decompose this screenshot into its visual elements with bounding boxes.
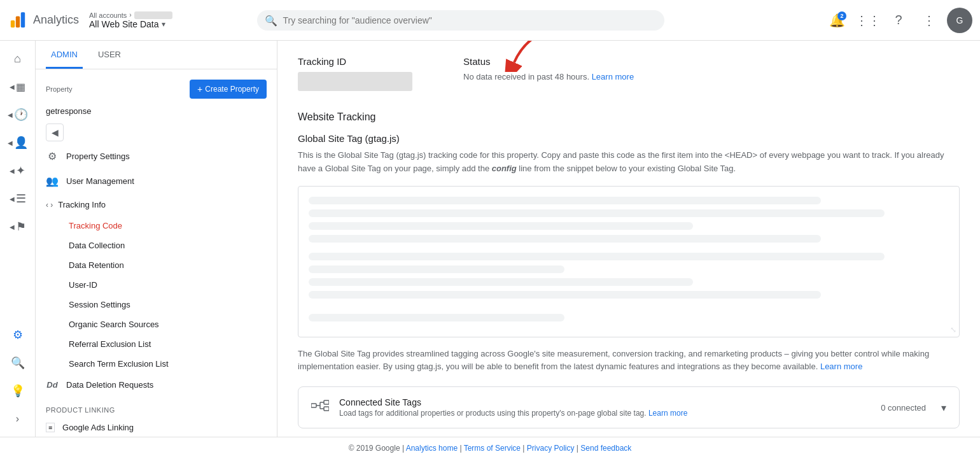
notification-badge: 2	[837, 11, 846, 20]
website-tracking-title: Website Tracking	[298, 111, 960, 123]
main-layout: ⌂ ◀▦ ◀🕐 ◀👤 ◀✦ ◀☰ ◀⚑ ⚙ 🔍 💡 › ADMIN USER P…	[0, 41, 980, 437]
tracking-subnav: Tracking Code Data Collection Data Reten…	[36, 216, 277, 374]
footer-privacy-policy-link[interactable]: Privacy Policy	[527, 444, 575, 453]
account-name: getresponse	[36, 104, 277, 121]
property-dropdown[interactable]: All Web Site Data ▾	[89, 19, 172, 29]
logo-area: Analytics	[8, 10, 79, 31]
footer-send-feedback-link[interactable]: Send feedback	[580, 444, 631, 453]
connected-count: 0 connected	[881, 403, 926, 413]
tracking-id-label: Tracking ID	[298, 56, 412, 67]
global-site-tag-title: Global Site Tag (gtag.js)	[298, 133, 960, 144]
sidebar-item-conversions[interactable]: ◀⚑	[5, 214, 31, 239]
nav-item-data-deletion[interactable]: Dd Data Deletion Requests	[36, 374, 277, 396]
data-deletion-icon: Dd	[46, 380, 59, 390]
back-button[interactable]: ◀	[46, 124, 64, 141]
topbar: Analytics All accounts › All Web Site Da…	[0, 0, 980, 41]
search-icon: 🔍	[265, 14, 277, 26]
subnav-session-settings[interactable]: Session Settings	[36, 295, 277, 314]
status-text: No data received in past 48 hours. Learn…	[463, 72, 634, 81]
sidebar-item-search[interactable]: 🔍	[5, 350, 31, 376]
sidebar-item-realtime[interactable]: ◀🕐	[5, 102, 31, 127]
connected-tags-desc: Load tags for additional properties or p…	[339, 409, 871, 418]
plus-icon: +	[197, 84, 202, 94]
global-site-tag-desc: This is the Global Site Tag (gtag.js) tr…	[298, 149, 960, 176]
sidebar-item-behavior[interactable]: ◀☰	[5, 186, 31, 211]
tracking-id-section: Tracking ID Status No data received in p…	[298, 56, 960, 91]
sidebar-bottom-actions: ⚙ 🔍 💡 ›	[5, 322, 31, 432]
property-header: Property + Create Property	[36, 74, 277, 104]
bottom-learn-more-link[interactable]: Learn more	[820, 362, 862, 371]
subnav-tracking-code[interactable]: Tracking Code	[36, 216, 277, 236]
avatar[interactable]: G	[947, 8, 972, 33]
footer-analytics-home-link[interactable]: Analytics home	[406, 444, 458, 453]
apps-button[interactable]: ⋮⋮	[855, 8, 881, 33]
connected-tags-title: Connected Site Tags	[339, 397, 871, 407]
property-dropdown-arrow: ▾	[162, 20, 165, 29]
tracking-expand-icon: ‹ ›	[46, 201, 53, 209]
svg-rect-6	[324, 407, 329, 411]
sidebar-item-dashboard[interactable]: ◀▦	[5, 74, 31, 99]
svg-rect-2	[21, 12, 25, 27]
subnav-organic-search[interactable]: Organic Search Sources	[36, 314, 277, 334]
svg-rect-4	[311, 404, 316, 407]
subnav-data-retention[interactable]: Data Retention	[36, 255, 277, 275]
connected-tags-icon	[311, 399, 329, 416]
tab-user[interactable]: USER	[93, 41, 126, 69]
subnav-referral-exclusion[interactable]: Referral Exclusion List	[36, 334, 277, 354]
sidebar-item-home[interactable]: ⌂	[5, 46, 31, 71]
google-ads-icon: ≡	[46, 423, 55, 432]
admin-tabs: ADMIN USER	[36, 41, 277, 69]
connected-tags-expand[interactable]: ▾	[941, 402, 946, 414]
sidebar-expand-button[interactable]: ›	[5, 406, 31, 432]
footer: © 2019 Google | Analytics home | Terms o…	[0, 437, 980, 459]
svg-rect-5	[324, 400, 329, 404]
resize-handle[interactable]: ⤡	[950, 325, 956, 334]
create-property-button[interactable]: + Create Property	[190, 80, 267, 99]
admin-panel: ADMIN USER Property + Create Property ge…	[36, 41, 277, 437]
back-button-wrap: ◀	[36, 121, 277, 144]
bottom-description: The Global Site Tag provides streamlined…	[298, 348, 960, 374]
main-content: Tracking ID Status No data received in p…	[277, 41, 980, 437]
sidebar-item-bulb[interactable]: 💡	[5, 378, 31, 404]
property-label: Property	[46, 85, 73, 93]
nav-item-user-management[interactable]: 👥 User Management	[36, 169, 277, 194]
connected-tags-info: Connected Site Tags Load tags for additi…	[339, 397, 871, 418]
subnav-user-id[interactable]: User-ID	[36, 275, 277, 295]
topbar-actions: 🔔 2 ⋮⋮ ? ⋮ G	[825, 8, 972, 33]
subnav-search-term-exclusion[interactable]: Search Term Exclusion List	[36, 354, 277, 374]
code-snippet-area[interactable]: ⤡	[298, 186, 960, 337]
admin-nav: Property + Create Property getresponse ◀…	[36, 69, 277, 437]
help-button[interactable]: ?	[886, 8, 911, 33]
sidebar-item-admin[interactable]: ⚙	[5, 322, 31, 348]
connected-tags-card: Connected Site Tags Load tags for additi…	[298, 386, 960, 428]
tracking-id-block: Tracking ID	[298, 56, 412, 91]
linking-item-google-ads[interactable]: ≡ Google Ads Linking	[36, 416, 277, 437]
sidebar-item-audience[interactable]: ◀👤	[5, 130, 31, 155]
footer-terms-service-link[interactable]: Terms of Service	[464, 444, 521, 453]
nav-item-property-settings[interactable]: ⚙ Property Settings	[36, 144, 277, 169]
connected-tags-learn-more[interactable]: Learn more	[648, 409, 687, 418]
breadcrumb-chevron: ›	[129, 11, 131, 18]
svg-rect-1	[16, 16, 20, 27]
app-title: Analytics	[33, 13, 79, 27]
notifications-button[interactable]: 🔔 2	[825, 8, 850, 33]
svg-rect-0	[11, 20, 15, 27]
icon-sidebar: ⌂ ◀▦ ◀🕐 ◀👤 ◀✦ ◀☰ ◀⚑ ⚙ 🔍 💡 ›	[0, 41, 36, 437]
user-management-icon: 👥	[46, 175, 59, 187]
product-linking-header: PRODUCT LINKING	[36, 396, 277, 416]
subnav-data-collection[interactable]: Data Collection	[36, 236, 277, 255]
property-settings-icon: ⚙	[46, 150, 59, 162]
tracking-id-value	[298, 72, 412, 91]
sidebar-item-acquisition[interactable]: ◀✦	[5, 158, 31, 183]
tab-admin[interactable]: ADMIN	[46, 41, 83, 69]
search-input[interactable]	[257, 10, 664, 31]
search-bar-area: 🔍	[257, 10, 664, 31]
more-options-button[interactable]: ⋮	[916, 8, 942, 33]
all-accounts-link[interactable]: All accounts ›	[89, 11, 172, 19]
tracking-info-row[interactable]: ‹ › Tracking Info	[36, 194, 277, 216]
status-learn-more-link[interactable]: Learn more	[592, 72, 634, 81]
tracking-id-section-wrap: Tracking ID Status No data received in p…	[298, 56, 960, 91]
account-selector[interactable]: All accounts › All Web Site Data ▾	[89, 11, 172, 29]
ga-logo-icon	[8, 10, 28, 31]
red-arrow	[501, 41, 578, 72]
